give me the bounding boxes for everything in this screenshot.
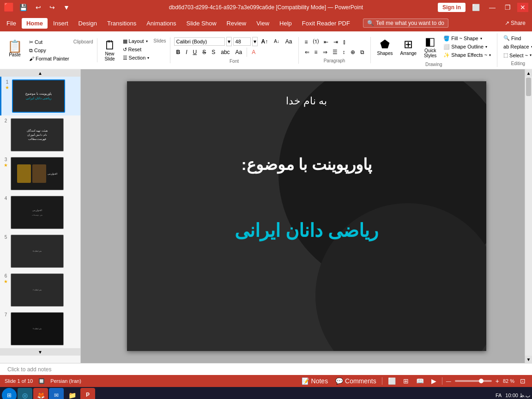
ribbon-display-button[interactable]: ⬜ — [469, 3, 483, 12]
increase-indent-button[interactable]: ⇥ — [331, 38, 340, 46]
slide-thumb-5[interactable]: 5 ★ متن اسلاید ۵ — [0, 232, 80, 271]
slide-thumb-6[interactable]: 6 ★ متن اسلاید ۶ — [0, 271, 80, 309]
redo-button[interactable]: ↪ — [47, 3, 58, 12]
menu-home[interactable]: Home — [22, 18, 48, 29]
slideshow-button[interactable]: ▶ — [429, 376, 438, 386]
slide-image-6[interactable]: متن اسلاید ۶ — [11, 273, 64, 307]
find-button[interactable]: 🔍 Find — [501, 34, 532, 42]
shapes-button[interactable]: ⬟ Shapes — [375, 36, 396, 58]
quick-styles-button[interactable]: ◧ QuickStyles — [421, 33, 439, 60]
char-spacing-button[interactable]: abc — [218, 48, 232, 56]
restore-button[interactable]: ❐ — [502, 3, 514, 12]
powerpoint-taskbar-button[interactable]: P — [80, 388, 95, 399]
slide-image-7[interactable]: متن اسلاید ۷ — [11, 312, 64, 345]
menu-insert[interactable]: Insert — [48, 18, 73, 29]
font-name-arrow[interactable]: ▾ — [226, 37, 232, 46]
font-color-button[interactable]: A — [249, 48, 258, 56]
paste-button[interactable]: 📋 Paste — [5, 38, 25, 59]
slide-top-text[interactable]: به نام خدا — [127, 95, 486, 107]
start-button[interactable]: ⊞ — [2, 388, 17, 399]
numbering-button[interactable]: ⑴ — [311, 37, 321, 47]
share-button[interactable]: ↗ Share — [500, 18, 530, 28]
comments-button[interactable]: 💬 Comments — [333, 376, 378, 386]
strikethrough-button[interactable]: S — [200, 48, 208, 56]
arrange-button[interactable]: ⊞ Arrange — [397, 36, 419, 58]
menu-review[interactable]: Review — [222, 18, 251, 29]
font-size-arrow[interactable]: ▾ — [252, 37, 258, 46]
font-name-dropdown[interactable]: Calibri (Body) — [174, 37, 225, 46]
browser-button[interactable]: ◎ — [18, 388, 32, 399]
undo-button[interactable]: ↩ — [33, 3, 44, 12]
files-button[interactable]: 📁 — [65, 388, 79, 399]
slide-sub-title[interactable]: ریاضی دانان ایرانی — [127, 220, 486, 241]
menu-slideshow[interactable]: Slide Show — [181, 18, 221, 29]
slide-image-3[interactable]: الخوارزمی — [11, 157, 64, 190]
slide-sorter-button[interactable]: ⊞ — [401, 376, 411, 386]
slide-panel-scroll-down[interactable]: ▼ — [0, 348, 80, 356]
zoom-slider[interactable] — [455, 380, 492, 382]
minimize-button[interactable]: — — [486, 3, 498, 12]
slide-thumb-4[interactable]: 4 ★ الخوارزمی متن توضیحات — [0, 193, 80, 232]
close-button[interactable]: ✕ — [517, 3, 528, 12]
shadow-button[interactable]: S — [209, 48, 218, 56]
smart-art-button[interactable]: ⧉ — [358, 48, 367, 56]
decrease-indent-button[interactable]: ⇤ — [321, 38, 331, 46]
section-button[interactable]: ☰ Section ▾ — [121, 54, 152, 62]
notes-placeholder[interactable]: Click to add notes — [7, 366, 51, 373]
menu-foxit[interactable]: Foxit Reader PDF — [297, 18, 355, 29]
tell-me-search[interactable]: 🔍 Tell me what you want to do — [363, 18, 448, 28]
font-size-input[interactable]: 48 — [233, 37, 251, 46]
align-right-button[interactable]: ⇒ — [320, 48, 330, 56]
menu-design[interactable]: Design — [74, 18, 102, 29]
cut-button[interactable]: ✂ Cut — [27, 38, 72, 46]
italic-button[interactable]: I — [183, 48, 189, 56]
new-slide-button[interactable]: 🗒 NewSlide — [101, 37, 119, 63]
align-center-button[interactable]: ≡ — [312, 48, 320, 56]
bullets-button[interactable]: ≡ — [302, 38, 310, 46]
normal-view-button[interactable]: ⬜ — [386, 376, 398, 386]
column-button[interactable]: ⫿ — [341, 38, 348, 46]
zoom-plus[interactable]: + — [496, 377, 499, 385]
reset-button[interactable]: ↺ Reset — [121, 46, 152, 54]
shape-outline-button[interactable]: ⬜ Shape Outline ▾ — [441, 43, 493, 51]
bold-button[interactable]: B — [174, 48, 183, 56]
customize-button[interactable]: ▼ — [60, 3, 73, 12]
scroll-down-button[interactable]: ▼ — [525, 356, 532, 363]
slide-notes-expand[interactable]: 🔲 — [38, 378, 45, 384]
slide-image-4[interactable]: الخوارزمی متن توضیحات — [11, 196, 64, 229]
justify-button[interactable]: ☰ — [330, 48, 340, 56]
firefox-button[interactable]: 🦊 — [33, 388, 48, 399]
align-text-button[interactable]: ⊕ — [348, 48, 357, 56]
scroll-thumb[interactable] — [526, 78, 531, 96]
decrease-font-button[interactable]: A↓ — [272, 38, 282, 45]
notes-button[interactable]: 📝 Notes — [300, 376, 330, 386]
menu-animations[interactable]: Animations — [142, 18, 181, 29]
slide-main-title[interactable]: پاورپوینت با موضوع: — [127, 155, 486, 174]
slide-panel-scroll-up[interactable]: ▲ — [0, 69, 80, 77]
clear-format-button[interactable]: Aa — [283, 37, 295, 46]
slide-image-1[interactable]: پاورپوینت با موضوع ریاضی دانان ایرانی — [12, 79, 65, 113]
underline-button[interactable]: U — [191, 48, 200, 56]
slide-thumb-1[interactable]: 1 ★ پاورپوینت با موضوع ریاضی دانان ایران… — [0, 77, 80, 115]
scroll-up-button[interactable]: ▲ — [525, 69, 532, 77]
menu-help[interactable]: Help — [275, 18, 296, 29]
shape-fill-button[interactable]: 🪣 Fill ~ Shape ▾ — [441, 35, 493, 42]
menu-view[interactable]: View — [252, 18, 274, 29]
slide-thumb-2[interactable]: 2 ★ هیئت تهیه کنندگان نام دانش آموزان فه… — [0, 115, 80, 154]
fit-slide-button[interactable]: ⊡ — [518, 376, 527, 386]
reading-view-button[interactable]: 📖 — [414, 376, 426, 386]
notes-area[interactable]: Click to add notes — [0, 363, 532, 375]
select-button[interactable]: ⬚ Select ~ ▾ — [501, 51, 532, 59]
menu-file[interactable]: File — [2, 18, 21, 29]
layout-button[interactable]: ▦ Layout ▾ — [121, 37, 152, 45]
increase-font-button[interactable]: A↑ — [259, 37, 271, 46]
replace-button[interactable]: ab Replace ▾ — [501, 43, 532, 50]
save-button[interactable]: 💾 — [17, 3, 30, 12]
slide-image-2[interactable]: هیئت تهیه کنندگان نام دانش آموزان فهرست … — [11, 118, 64, 151]
align-left-button[interactable]: ⇐ — [302, 48, 312, 56]
text-direction-button[interactable]: ↕ — [340, 48, 348, 56]
zoom-thumb[interactable] — [479, 379, 484, 383]
slide-image-5[interactable]: متن اسلاید ۵ — [11, 235, 64, 268]
shape-effects-button[interactable]: ✨ Shape Effects ~ ▾ — [441, 51, 493, 59]
menu-transitions[interactable]: Transitions — [103, 18, 141, 29]
